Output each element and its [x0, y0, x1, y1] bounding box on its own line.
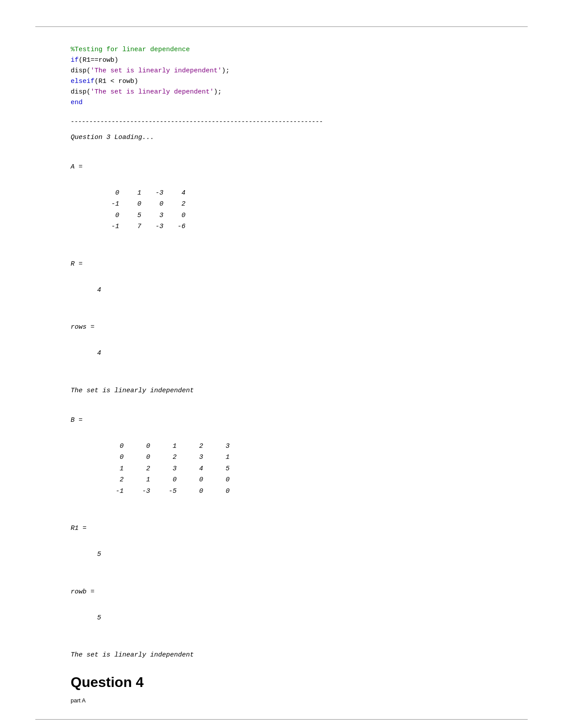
A-cell-1-1: 0	[119, 199, 141, 210]
elseif-condition: (R1 < rowb)	[94, 78, 138, 85]
A-cell-1-2: 0	[141, 199, 163, 210]
B-cell-0-4: 3	[203, 441, 230, 452]
B-cell-0-1: 0	[124, 441, 150, 452]
B-cell-4-1: -3	[124, 486, 150, 497]
code-line-disp2: disp('The set is linearly dependent');	[71, 87, 492, 98]
B-cell-0-3: 2	[177, 441, 203, 452]
B-cell-3-4: 0	[203, 474, 230, 486]
rows-value: 4	[71, 348, 492, 359]
A-cell-0-0: 0	[97, 188, 119, 199]
R1-label: R1 =	[71, 523, 492, 534]
rows-label: rows =	[71, 322, 492, 333]
A-cell-0-2: -3	[141, 188, 163, 199]
B-cell-1-4: 1	[203, 452, 230, 463]
content-area: %Testing for linear dependence if(R1==ro…	[0, 27, 563, 721]
B-cell-0-0: 0	[97, 441, 124, 452]
R1-value: 5	[71, 549, 492, 560]
disp2-end: );	[214, 88, 222, 96]
A-matrix-row-3: -1 7 -3 -6	[71, 221, 492, 233]
B-cell-3-0: 2	[97, 474, 124, 486]
msg2: The set is linearly independent	[71, 649, 492, 661]
B-cell-3-3: 0	[177, 474, 203, 486]
code-line-elseif: elseif(R1 < rowb)	[71, 76, 492, 87]
code-line-end: end	[71, 98, 492, 108]
B-cell-2-3: 4	[177, 463, 203, 475]
B-matrix-row-3: 2 1 0 0 0	[71, 474, 492, 486]
B-cell-4-4: 0	[203, 486, 230, 497]
R-value: 4	[71, 285, 492, 296]
B-cell-1-3: 3	[177, 452, 203, 463]
B-cell-2-4: 5	[203, 463, 230, 475]
B-cell-2-1: 2	[124, 463, 150, 475]
rowb-label: rowb =	[71, 586, 492, 598]
separator-line: ----------------------------------------…	[71, 117, 492, 128]
part-label: part A	[71, 697, 492, 704]
A-cell-0-3: 4	[163, 188, 185, 199]
comment-text: %Testing for linear dependence	[71, 46, 190, 53]
msg1: The set is linearly independent	[71, 385, 492, 397]
elseif-keyword: elseif	[71, 78, 94, 85]
B-cell-4-0: -1	[97, 486, 124, 497]
end-keyword: end	[71, 99, 83, 106]
B-cell-2-0: 1	[97, 463, 124, 475]
A-cell-3-1: 7	[119, 221, 141, 233]
code-line-disp1: disp('The set is linearly independent');	[71, 66, 492, 76]
A-cell-3-3: -6	[163, 221, 185, 233]
A-cell-3-0: -1	[97, 221, 119, 233]
A-cell-2-0: 0	[97, 210, 119, 221]
A-matrix-row-1: -1 0 0 2	[71, 199, 492, 210]
B-cell-4-3: 0	[177, 486, 203, 497]
A-label: A =	[71, 161, 492, 173]
B-cell-0-2: 1	[150, 441, 177, 452]
B-matrix-row-0: 0 0 1 2 3	[71, 441, 492, 452]
B-cell-3-1: 1	[124, 474, 150, 486]
disp2-string: 'The set is linearly dependent'	[91, 88, 214, 96]
A-cell-2-1: 5	[119, 210, 141, 221]
disp1-end: );	[222, 67, 230, 75]
if-keyword: if	[71, 56, 79, 64]
B-cell-1-0: 0	[97, 452, 124, 463]
rowb-value: 5	[71, 612, 492, 624]
A-cell-2-3: 0	[163, 210, 185, 221]
page: %Testing for linear dependence if(R1==ro…	[0, 26, 563, 728]
A-cell-2-2: 3	[141, 210, 163, 221]
B-cell-3-2: 0	[150, 474, 177, 486]
B-cell-2-2: 3	[150, 463, 177, 475]
question3-loading: Question 3 Loading...	[71, 132, 492, 143]
B-label: B =	[71, 415, 492, 426]
code-block: %Testing for linear dependence if(R1==ro…	[71, 45, 492, 108]
B-matrix-row-4: -1 -3 -5 0 0	[71, 486, 492, 497]
disp2-indent: disp(	[71, 88, 91, 96]
A-cell-0-1: 1	[119, 188, 141, 199]
if-condition: (R1==rowb)	[79, 56, 118, 64]
A-cell-1-0: -1	[97, 199, 119, 210]
disp1-indent: disp(	[71, 67, 91, 75]
code-line-comment: %Testing for linear dependence	[71, 45, 492, 55]
bottom-rule	[35, 719, 528, 720]
B-cell-1-2: 2	[150, 452, 177, 463]
footer: 4	[0, 719, 563, 728]
R-label: R =	[71, 259, 492, 270]
A-matrix-row-2: 0 5 3 0	[71, 210, 492, 221]
disp1-string: 'The set is linearly independent'	[91, 67, 222, 75]
A-matrix-row-0: 0 1 -3 4	[71, 188, 492, 199]
question4-heading: Question 4	[71, 674, 492, 690]
A-cell-3-2: -3	[141, 221, 163, 233]
A-cell-1-3: 2	[163, 199, 185, 210]
output-block: ----------------------------------------…	[71, 117, 492, 661]
B-cell-4-2: -5	[150, 486, 177, 497]
B-matrix-row-2: 1 2 3 4 5	[71, 463, 492, 475]
B-cell-1-1: 0	[124, 452, 150, 463]
B-matrix-row-1: 0 0 2 3 1	[71, 452, 492, 463]
code-line-if: if(R1==rowb)	[71, 55, 492, 66]
